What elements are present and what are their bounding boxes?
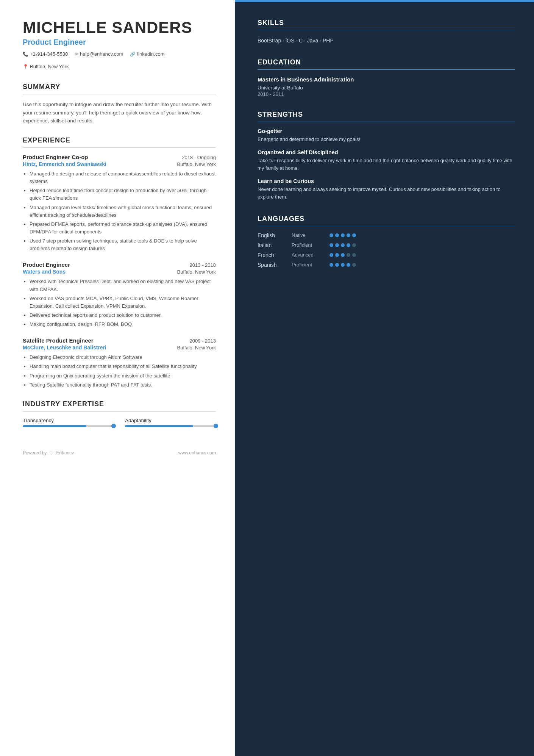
location-value: Buffalo, New York: [30, 64, 69, 69]
strength-desc-1: Take full responsibility to deliver my w…: [258, 157, 515, 172]
exp-company-1: Waters and Sons: [23, 269, 66, 275]
strength-name-0: Go-getter: [258, 128, 515, 134]
expertise-circle-1: [214, 424, 218, 428]
exp-location-2: Buffalo, New York: [177, 345, 216, 351]
empty-dot: [352, 253, 356, 257]
email-contact: ✉ help@enhancv.com: [75, 51, 123, 57]
exp-entry-1: Product Engineer2013 - 2018Waters and So…: [23, 261, 216, 328]
brand-name: Enhancv: [56, 450, 74, 455]
skills-text: BootStrap · iOS · C · Java · PHP: [258, 36, 515, 45]
linkedin-icon: 🔗: [130, 52, 136, 57]
exp-bullets-1: Worked with Technical Presales Dept. and…: [23, 278, 216, 328]
bullet-item: Delivered technical reports and product …: [30, 311, 216, 319]
summary-title: SUMMARY: [23, 83, 216, 94]
edu-dates: 2010 - 2011: [258, 91, 515, 97]
filled-dot: [341, 263, 345, 267]
location-contact: 📍 Buffalo, New York: [23, 64, 69, 69]
bullet-item: Prepared DFMEA reports, performed tolera…: [30, 221, 216, 236]
empty-dot: [352, 243, 356, 247]
exp-dates-1: 2013 - 2018: [190, 262, 216, 268]
exp-location-1: Buffalo, New York: [177, 269, 216, 275]
filled-dot: [329, 263, 333, 267]
exp-location-0: Buffalo, New York: [177, 161, 216, 167]
strength-item-1: Organized and Self DisciplinedTake full …: [258, 149, 515, 172]
expertise-bar-bg-1: [125, 425, 216, 427]
languages-section: LANGUAGES EnglishNativeItalianProficient…: [258, 215, 515, 268]
exp-entry-2: Satellite Product Engineer2009 - 2013McC…: [23, 337, 216, 389]
email-icon: ✉: [75, 52, 78, 57]
expertise-grid: TransparencyAdaptability: [23, 418, 216, 427]
filled-dot: [341, 253, 345, 257]
lang-level-2: Advanced: [292, 252, 329, 258]
expertise-label-1: Adaptability: [125, 418, 216, 423]
industry-expertise-title: INDUSTRY EXPERTISE: [23, 400, 216, 412]
bullet-item: Making configuration, design, RFP, BOM, …: [30, 321, 216, 328]
expertise-circle-0: [111, 424, 116, 428]
footer-website: www.enhancv.com: [178, 450, 216, 455]
filled-dot: [335, 263, 339, 267]
lang-level-3: Proficient: [292, 262, 329, 268]
languages-list: EnglishNativeItalianProficientFrenchAdva…: [258, 232, 515, 268]
lang-row-2: FrenchAdvanced: [258, 252, 515, 258]
lang-name-0: English: [258, 232, 292, 238]
strength-name-1: Organized and Self Disciplined: [258, 149, 515, 155]
empty-dot: [347, 253, 350, 257]
bullet-item: Designing Electronic circuit through Alt…: [30, 354, 216, 361]
filled-dot: [329, 233, 333, 237]
filled-dot: [352, 233, 356, 237]
exp-role-0: Product Engineer Co-op: [23, 154, 88, 160]
contact-info: 📞 +1-914-345-5530 ✉ help@enhancv.com 🔗 l…: [23, 51, 216, 69]
filled-dot: [341, 243, 345, 247]
filled-dot: [329, 253, 333, 257]
exp-bullets-2: Designing Electronic circuit through Alt…: [23, 354, 216, 389]
filled-dot: [335, 253, 339, 257]
education-title: EDUCATION: [258, 58, 515, 70]
experience-entries: Product Engineer Co-op2018 - OngoingHint…: [23, 154, 216, 389]
expertise-item-1: Adaptability: [125, 418, 216, 427]
linkedin-value: linkedin.com: [137, 51, 164, 57]
strengths-title: STRENGTHS: [258, 111, 515, 122]
bullet-item: Managed program level tasks/ timelines w…: [30, 204, 216, 219]
bullet-item: Managed the design and release of compon…: [30, 170, 216, 185]
bullet-item: Worked on VAS products MCA, VPBX, Public…: [30, 295, 216, 310]
expertise-bar-fill-1: [125, 425, 193, 427]
strength-name-2: Learn and be Curious: [258, 178, 515, 184]
heart-icon: ♡: [49, 450, 54, 456]
filled-dot: [335, 233, 339, 237]
expertise-item-0: Transparency: [23, 418, 114, 427]
edu-school: University at Buffalo: [258, 85, 515, 91]
lang-dots-3: [329, 263, 356, 267]
bullet-item: Programing on Qnix operating system the …: [30, 372, 216, 380]
phone-value: +1-914-345-5530: [30, 51, 68, 57]
filled-dot: [329, 243, 333, 247]
filled-dot: [347, 243, 350, 247]
lang-name-3: Spanish: [258, 262, 292, 268]
filled-dot: [341, 233, 345, 237]
header-section: MICHELLE SANDERS Product Engineer 📞 +1-9…: [23, 19, 216, 69]
resume-container: MICHELLE SANDERS Product Engineer 📞 +1-9…: [0, 0, 534, 756]
lang-level-0: Native: [292, 232, 329, 238]
skills-section: SKILLS BootStrap · iOS · C · Java · PHP: [258, 19, 515, 45]
exp-dates-2: 2009 - 2013: [190, 338, 216, 344]
lang-name-2: French: [258, 252, 292, 258]
filled-dot: [335, 243, 339, 247]
summary-text: Use this opportunity to intrigue and dra…: [23, 100, 216, 125]
exp-dates-0: 2018 - Ongoing: [182, 155, 216, 160]
candidate-name: MICHELLE SANDERS: [23, 19, 216, 36]
email-value: help@enhancv.com: [80, 51, 123, 57]
filled-dot: [347, 263, 350, 267]
lang-dots-2: [329, 253, 356, 257]
languages-title: LANGUAGES: [258, 215, 515, 226]
industry-expertise-section: INDUSTRY EXPERTISE TransparencyAdaptabil…: [23, 400, 216, 427]
footer: Powered by ♡ Enhancv www.enhancv.com: [23, 450, 216, 456]
powered-by-label: Powered by: [23, 450, 47, 455]
lang-name-1: Italian: [258, 242, 292, 248]
strengths-list: Go-getterEnergetic and determined to ach…: [258, 128, 515, 201]
right-column: SKILLS BootStrap · iOS · C · Java · PHP …: [235, 0, 534, 756]
experience-section: EXPERIENCE Product Engineer Co-op2018 - …: [23, 136, 216, 389]
bullet-item: Worked with Technical Presales Dept. and…: [30, 278, 216, 293]
bullet-item: Testing Satellite functionality through …: [30, 381, 216, 389]
lang-row-3: SpanishProficient: [258, 262, 515, 268]
strength-item-2: Learn and be CuriousNever done learning …: [258, 178, 515, 201]
location-icon: 📍: [23, 64, 28, 69]
